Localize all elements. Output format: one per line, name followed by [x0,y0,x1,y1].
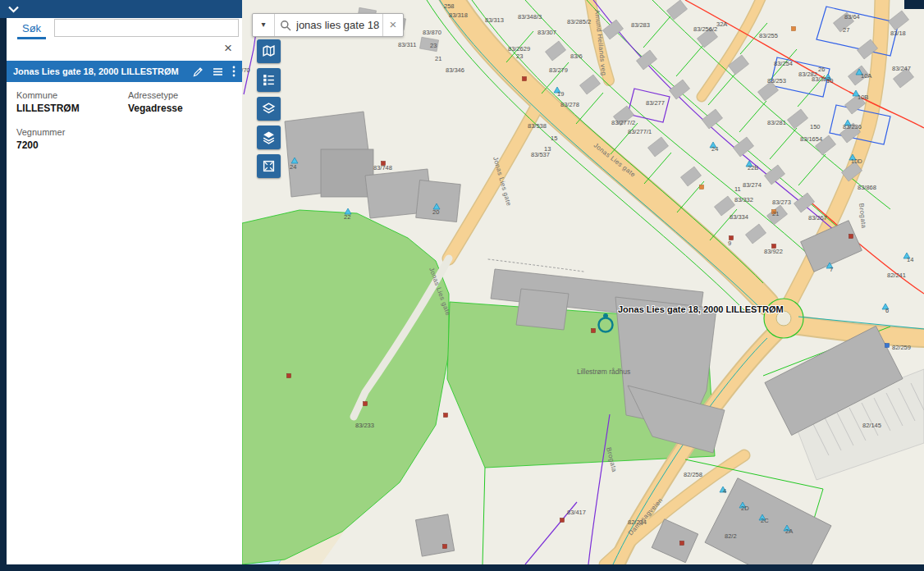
svg-text:4: 4 [723,487,726,495]
svg-text:26: 26 [818,66,825,73]
svg-text:23: 23 [516,53,523,60]
svg-text:10D: 10D [851,158,862,165]
map-canvas[interactable]: 83/707883/31125883/31883/31383/870232183… [242,0,924,564]
svg-text:83/868: 83/868 [858,184,876,191]
svg-text:2D: 2D [741,505,749,512]
svg-text:20: 20 [432,208,439,216]
svg-text:83/281: 83/281 [767,119,786,126]
draw-pen-icon[interactable] [193,66,204,77]
svg-text:83/254: 83/254 [774,60,793,67]
svg-text:83/279: 83/279 [549,66,568,74]
tab-bar: Søk [7,18,242,39]
svg-text:11: 11 [734,185,741,193]
panel-close-row: × [7,39,242,61]
svg-text:19: 19 [557,90,564,98]
svg-text:23: 23 [430,42,437,49]
chevron-down-icon[interactable] [7,6,20,13]
svg-text:83/233: 83/233 [355,422,374,429]
app-frame-topright [904,0,924,9]
layers-button[interactable] [257,97,281,121]
svg-text:83/267: 83/267 [808,214,827,222]
svg-text:82/241: 82/241 [887,272,906,279]
map-toolbar [257,39,281,178]
result-details: Kommune LILLESTRØM Adressetype Vegadress… [7,82,242,159]
svg-text:22B: 22B [748,164,758,171]
svg-text:21: 21 [435,55,441,62]
svg-text:82/2: 82/2 [725,532,737,540]
search-input[interactable] [295,18,382,32]
svg-text:15: 15 [551,135,557,142]
svg-text:83/285/2: 83/285/2 [567,18,591,25]
svg-text:83/307: 83/307 [537,29,556,36]
svg-text:83/1654: 83/1654 [800,135,822,143]
svg-text:83/311: 83/311 [398,41,416,48]
result-header: Jonas Lies gate 18, 2000 LILLESTRØM [7,61,242,82]
svg-text:7: 7 [830,266,833,273]
svg-text:258: 258 [444,2,455,10]
svg-text:83/18: 83/18 [890,30,906,37]
svg-text:83/348/3: 83/348/3 [518,13,542,21]
svg-text:83/538: 83/538 [528,122,547,130]
svg-text:14: 14 [907,256,913,263]
svg-text:22: 22 [344,213,350,221]
svg-text:Jonas Lies gate 18, 2000 LILLE: Jonas Lies gate 18, 2000 LILLESTRØM [618,304,784,314]
svg-text:24: 24 [711,145,718,153]
svg-text:83/537: 83/537 [531,151,550,158]
search-panel: Søk × Jonas Lies gate 18, 2000 LILLESTRØ… [7,18,242,564]
legend-button[interactable] [257,68,281,92]
svg-text:83/334: 83/334 [730,213,748,221]
svg-text:82/259: 82/259 [892,344,911,351]
field-value-adressetype: Vegadresse [128,103,232,114]
svg-text:83/253: 83/253 [767,77,786,85]
svg-text:83/277/2: 83/277/2 [611,119,635,126]
sidebar-topbar [0,0,242,18]
svg-text:83/247: 83/247 [892,65,911,72]
svg-text:83/273: 83/273 [772,199,791,206]
svg-text:27: 27 [843,26,849,34]
map-container: 83/707883/31125883/31883/31383/870232183… [242,0,924,564]
search-icon [280,20,291,31]
svg-text:10A: 10A [861,72,871,80]
map-search-box: ▾ × [252,13,404,37]
svg-text:83/283: 83/283 [631,21,650,29]
svg-text:83/870: 83/870 [423,29,441,36]
map-sheets-button[interactable] [257,39,281,63]
svg-text:83/274: 83/274 [743,181,762,189]
svg-text:83/70: 83/70 [242,66,250,74]
svg-text:83/236: 83/236 [843,123,862,130]
svg-text:32A: 32A [716,21,727,28]
svg-text:83/64: 83/64 [844,13,860,21]
app-frame-bottom [0,564,924,571]
svg-text:21: 21 [772,210,779,217]
tab-sok[interactable]: Søk [17,18,46,39]
search-dropdown-caret[interactable]: ▾ [253,14,275,36]
svg-text:83/313: 83/313 [485,16,504,24]
svg-text:150: 150 [810,123,821,130]
svg-text:83/256/2: 83/256/2 [693,25,717,33]
close-icon[interactable]: × [224,41,232,55]
svg-text:6: 6 [885,307,889,314]
zoom-extent-button[interactable] [257,154,281,178]
svg-text:83/278: 83/278 [560,101,579,108]
svg-text:19: 19 [826,77,833,85]
svg-text:83/346: 83/346 [446,66,464,74]
svg-text:82/145: 82/145 [862,422,881,429]
field-label-vegnummer: Vegnummer [16,127,128,137]
svg-text:83/277: 83/277 [646,99,665,107]
result-title: Jonas Lies gate 18, 2000 LILLESTRØM [13,66,179,76]
svg-text:82/258: 82/258 [684,471,702,478]
search-clear-icon[interactable]: × [382,14,403,36]
kebab-menu-icon[interactable] [232,66,236,77]
svg-text:83/2629: 83/2629 [508,45,530,53]
basemap-layers-button[interactable] [257,126,281,149]
svg-text:83/318: 83/318 [449,11,468,19]
svg-text:83/255: 83/255 [759,32,778,39]
svg-text:83/922: 83/922 [764,248,783,255]
svg-text:9: 9 [728,240,731,247]
field-value-vegnummer: 7200 [16,139,128,151]
svg-text:83/332: 83/332 [734,196,753,203]
svg-text:10B: 10B [858,94,868,101]
list-icon[interactable] [213,66,223,77]
svg-text:83/6: 83/6 [570,53,583,60]
sidebar-search-input[interactable] [54,19,239,37]
